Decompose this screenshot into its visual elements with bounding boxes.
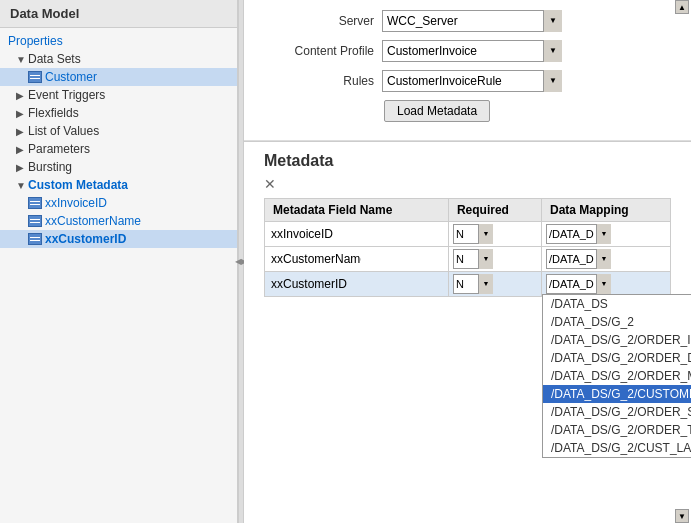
tree-item-xxcustomername[interactable]: xxCustomerName: [0, 212, 237, 230]
table-row: N /DATA_D: [265, 222, 671, 247]
scroll-up-button[interactable]: ▲: [675, 0, 689, 14]
xxcustomerid-icon: [28, 233, 42, 245]
close-button[interactable]: ✕: [264, 176, 276, 192]
table-row: N /DATA_D: [265, 247, 671, 272]
table-header-row: Metadata Field Name Required Data Mappin…: [265, 199, 671, 222]
dropdown-item-8[interactable]: /DATA_DS/G_2/ORDER_TOTAL: [543, 421, 691, 439]
server-select[interactable]: WCC_Server: [382, 10, 562, 32]
properties-label: Properties: [0, 32, 237, 50]
bursting-arrow: ▶: [16, 162, 26, 173]
required-select-wrapper-1: N: [453, 224, 493, 244]
tree-section: Properties ▼ Data Sets Customer ▶ Event …: [0, 28, 237, 252]
datasets-arrow: ▼: [16, 54, 26, 65]
dropdown-item-7[interactable]: /DATA_DS/G_2/ORDER_STATUS: [543, 403, 691, 421]
tree-item-flexfields[interactable]: ▶ Flexfields: [0, 104, 237, 122]
tree-item-parameters[interactable]: ▶ Parameters: [0, 140, 237, 158]
content-profile-select-wrapper: CustomerInvoice: [382, 40, 562, 62]
parameters-arrow: ▶: [16, 144, 26, 155]
required-cell-2: N: [448, 247, 541, 272]
metadata-table: Metadata Field Name Required Data Mappin…: [264, 198, 671, 297]
metadata-section: Metadata ✕ Metadata Field Name Required …: [244, 142, 691, 523]
right-panel: ▲ Server WCC_Server Content Profile Cust…: [244, 0, 691, 523]
mapping-dropdown: /DATA_DS /DATA_DS/G_2 /DATA_DS/G_2/ORDER…: [542, 294, 691, 458]
rules-label: Rules: [264, 74, 374, 88]
dropdown-item-1[interactable]: /DATA_DS: [543, 295, 691, 313]
flexfields-arrow: ▶: [16, 108, 26, 119]
field-name-cell: [265, 222, 449, 247]
mapping-cell-2: /DATA_D: [541, 247, 670, 272]
mapping-select-1[interactable]: /DATA_D: [546, 224, 611, 244]
content-profile-row: Content Profile CustomerInvoice: [264, 40, 671, 62]
metadata-title: Metadata: [264, 152, 671, 170]
table-row: N /DATA_D: [265, 272, 671, 297]
mapping-wrapper-2: /DATA_D: [546, 249, 611, 269]
tree-item-list-of-values[interactable]: ▶ List of Values: [0, 122, 237, 140]
server-label: Server: [264, 14, 374, 28]
xxcustomername-label: xxCustomerName: [45, 214, 141, 228]
server-select-wrapper: WCC_Server: [382, 10, 562, 32]
left-panel: Data Model Properties ▼ Data Sets Custom…: [0, 0, 238, 523]
customer-table-icon: [28, 71, 42, 83]
metadata-table-wrapper: Metadata Field Name Required Data Mappin…: [264, 198, 671, 297]
rules-select-wrapper: CustomerInvoiceRule: [382, 70, 562, 92]
mapping-cell-1: /DATA_D: [541, 222, 670, 247]
scrollbar-top: ▲: [675, 0, 691, 14]
content-profile-select[interactable]: CustomerInvoice: [382, 40, 562, 62]
scrollbar-bottom: ▼: [675, 509, 691, 523]
lov-arrow: ▶: [16, 126, 26, 137]
rules-select[interactable]: CustomerInvoiceRule: [382, 70, 562, 92]
custom-metadata-arrow: ▼: [16, 180, 26, 191]
load-metadata-button[interactable]: Load Metadata: [384, 100, 490, 122]
scroll-down-button[interactable]: ▼: [675, 509, 689, 523]
flexfields-label: Flexfields: [28, 106, 79, 120]
mapping-cell-3: /DATA_D /DATA_DS /DATA_DS/G_2 /DATA_DS/G…: [541, 272, 670, 297]
field-name-cell: [265, 247, 449, 272]
required-cell-3: N: [448, 272, 541, 297]
tree-item-custom-metadata[interactable]: ▼ Custom Metadata: [0, 176, 237, 194]
right-top-form: Server WCC_Server Content Profile Custom…: [244, 0, 691, 141]
server-row: Server WCC_Server: [264, 10, 671, 32]
field-name-input-3[interactable]: [271, 277, 361, 291]
rules-row: Rules CustomerInvoiceRule: [264, 70, 671, 92]
tree-item-bursting[interactable]: ▶ Bursting: [0, 158, 237, 176]
required-select-2[interactable]: N: [453, 249, 493, 269]
mapping-wrapper-3: /DATA_D: [546, 274, 611, 294]
mapping-select-3[interactable]: /DATA_D: [546, 274, 611, 294]
load-metadata-row: Load Metadata: [264, 100, 671, 122]
mapping-select-2[interactable]: /DATA_D: [546, 249, 611, 269]
tree-item-datasets[interactable]: ▼ Data Sets: [0, 50, 237, 68]
required-select-3[interactable]: N: [453, 274, 493, 294]
tree-item-customer[interactable]: Customer: [0, 68, 237, 86]
field-name-cell: [265, 272, 449, 297]
tree-item-event-triggers[interactable]: ▶ Event Triggers: [0, 86, 237, 104]
xxinvoiceid-label: xxInvoiceID: [45, 196, 107, 210]
content-profile-label: Content Profile: [264, 44, 374, 58]
tree-item-xxcustomerid[interactable]: xxCustomerID: [0, 230, 237, 248]
dropdown-item-6[interactable]: /DATA_DS/G_2/CUSTOMER_ID: [543, 385, 691, 403]
bursting-label: Bursting: [28, 160, 72, 174]
field-name-input-1[interactable]: [271, 227, 361, 241]
event-triggers-arrow: ▶: [16, 90, 26, 101]
dropdown-item-5[interactable]: /DATA_DS/G_2/ORDER_MODE: [543, 367, 691, 385]
required-select-1[interactable]: N: [453, 224, 493, 244]
tree-item-xxinvoiceid[interactable]: xxInvoiceID: [0, 194, 237, 212]
dropdown-item-2[interactable]: /DATA_DS/G_2: [543, 313, 691, 331]
event-triggers-label: Event Triggers: [28, 88, 105, 102]
field-name-input-2[interactable]: [271, 252, 361, 266]
parameters-label: Parameters: [28, 142, 90, 156]
xxinvoiceid-icon: [28, 197, 42, 209]
data-model-header: Data Model: [0, 0, 237, 28]
dropdown-item-4[interactable]: /DATA_DS/G_2/ORDER_DATE: [543, 349, 691, 367]
required-select-wrapper-3: N: [453, 274, 493, 294]
properties-link[interactable]: Properties: [8, 34, 63, 48]
custom-metadata-label: Custom Metadata: [28, 178, 128, 192]
datasets-label: Data Sets: [28, 52, 81, 66]
col-field-name: Metadata Field Name: [265, 199, 449, 222]
dropdown-item-3[interactable]: /DATA_DS/G_2/ORDER_ID: [543, 331, 691, 349]
required-cell-1: N: [448, 222, 541, 247]
xxcustomername-icon: [28, 215, 42, 227]
xxcustomerid-label: xxCustomerID: [45, 232, 126, 246]
dropdown-item-9[interactable]: /DATA_DS/G_2/CUST_LAST_NAME: [543, 439, 691, 457]
customer-label: Customer: [45, 70, 97, 84]
col-data-mapping: Data Mapping: [541, 199, 670, 222]
